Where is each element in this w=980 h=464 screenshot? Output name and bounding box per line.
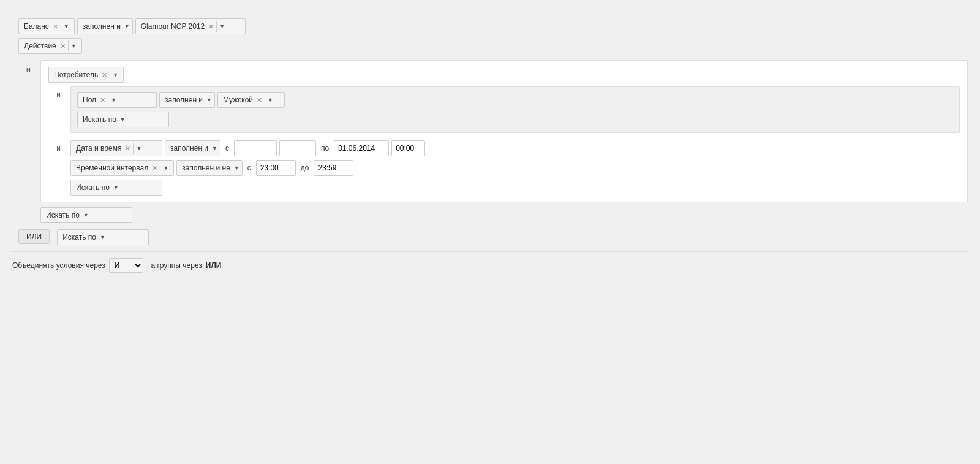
inner-group: Пол ✕ ▼ заполнен и ▼ Мужской ✕	[70, 86, 960, 133]
search-field-2-arrow: ▼	[113, 184, 119, 191]
inner-and2-section: и Дата и время ✕ ▼ заполнен и ▼	[48, 140, 960, 196]
gender-field-label: Пол	[83, 96, 96, 104]
balance-field[interactable]: Баланс ✕ ▼	[18, 18, 75, 34]
glamour-arrow-icon[interactable]: ▼	[216, 21, 227, 32]
search-field-1-arrow: ▼	[120, 116, 126, 123]
datetime-condition-label: заполнен и	[170, 144, 208, 153]
groups-bold: ИЛИ	[206, 261, 222, 270]
balance-field-label: Баланс	[24, 22, 49, 31]
main-and-label: и	[18, 60, 37, 74]
balance-condition[interactable]: заполнен и ▼	[77, 18, 133, 34]
datetime-row: Дата и время ✕ ▼ заполнен и ▼ с п	[70, 140, 960, 156]
consumer-row: Потребитель ✕ ▼	[48, 67, 960, 83]
gender-condition[interactable]: заполнен и ▼	[159, 92, 215, 108]
groups-label: , а группы через	[147, 261, 202, 270]
gender-value-arrow-icon[interactable]: ▼	[265, 94, 276, 105]
datetime-from-time[interactable]	[279, 140, 316, 156]
inner-and-section: и Пол ✕ ▼ заполнен и ▼	[48, 86, 960, 137]
time-interval-field-label: Временной интервал	[76, 164, 148, 172]
bottom-search-row: Искать по ▼	[18, 207, 968, 223]
time-interval-to[interactable]	[314, 160, 353, 176]
datetime-po-label: по	[318, 144, 331, 153]
ili-search-label: Искать по	[62, 233, 96, 242]
action-field[interactable]: Действие ✕ ▼	[18, 38, 82, 54]
bottom-search-arrow: ▼	[83, 212, 89, 218]
ili-search-field[interactable]: Искать по ▼	[57, 229, 149, 245]
consumer-arrow-icon[interactable]: ▼	[110, 69, 121, 80]
search-field-2[interactable]: Искать по ▼	[70, 180, 162, 196]
gender-close-icon[interactable]: ✕	[99, 96, 107, 104]
consumer-close-icon[interactable]: ✕	[100, 71, 108, 79]
balance-condition-arrow: ▼	[124, 23, 130, 29]
bottom-search-label: Искать по	[46, 211, 80, 219]
gender-arrow-icon[interactable]: ▼	[108, 94, 119, 105]
glamour-field-label: Glamour NCP 2012	[141, 22, 205, 31]
time-interval-close-icon[interactable]: ✕	[151, 164, 159, 172]
main-filter-group: Потребитель ✕ ▼ и Пол ✕ ▼	[40, 60, 968, 202]
time-interval-c-label: с	[245, 164, 254, 172]
ili-block: ИЛИ Искать по ▼	[18, 229, 968, 245]
inner-and2-label: и	[48, 140, 67, 153]
action-field-label: Действие	[24, 42, 56, 50]
gender-value-label: Мужской	[223, 96, 253, 104]
gender-value-close-icon[interactable]: ✕	[255, 96, 263, 104]
time-interval-do-label: до	[298, 164, 312, 172]
time-interval-field[interactable]: Временной интервал ✕ ▼	[70, 160, 174, 176]
bottom-search-field[interactable]: Искать по ▼	[40, 207, 132, 223]
consumer-field[interactable]: Потребитель ✕ ▼	[48, 67, 124, 83]
bottom-bar: Объединять условия через И ИЛИ , а групп…	[12, 251, 968, 273]
glamour-close-icon[interactable]: ✕	[207, 23, 215, 31]
time-interval-condition-label: заполнен и не	[182, 164, 230, 172]
action-arrow-icon[interactable]: ▼	[68, 40, 79, 51]
gender-field[interactable]: Пол ✕ ▼	[77, 92, 157, 108]
inner-and2-content: Дата и время ✕ ▼ заполнен и ▼ с п	[70, 140, 960, 196]
gender-condition-label: заполнен и	[165, 96, 203, 104]
time-interval-from[interactable]	[256, 160, 296, 176]
main-and-block: и Потребитель ✕ ▼ и	[18, 60, 968, 202]
datetime-close-icon[interactable]: ✕	[124, 145, 132, 153]
glamour-field[interactable]: Glamour NCP 2012 ✕ ▼	[135, 18, 246, 34]
time-interval-condition-arrow: ▼	[234, 165, 239, 171]
gender-condition-arrow: ▼	[206, 97, 212, 103]
or-button[interactable]: ИЛИ	[18, 229, 50, 244]
inner-and-label: и	[48, 86, 67, 99]
time-interval-arrow-icon[interactable]: ▼	[160, 162, 171, 173]
main-container: Баланс ✕ ▼ заполнен и ▼ Glamour NCP 2012…	[12, 12, 968, 279]
datetime-field-label: Дата и время	[76, 144, 121, 153]
datetime-to-time[interactable]	[391, 140, 425, 156]
datetime-condition-arrow: ▼	[212, 145, 217, 151]
combine-label: Объединять условия через	[12, 261, 105, 270]
datetime-to-date[interactable]	[334, 140, 389, 156]
balance-close-icon[interactable]: ✕	[51, 23, 59, 31]
ili-search-row: Искать по ▼	[57, 229, 968, 245]
ili-content: Искать по ▼	[57, 229, 968, 245]
filter-row-balance: Баланс ✕ ▼ заполнен и ▼ Glamour NCP 2012…	[18, 18, 968, 34]
time-interval-row: Временной интервал ✕ ▼ заполнен и не ▼ с…	[70, 160, 960, 176]
action-close-icon[interactable]: ✕	[59, 42, 67, 50]
search-field-2-label: Искать по	[76, 183, 110, 192]
consumer-field-label: Потребитель	[54, 70, 98, 79]
search-row-1: Искать по ▼	[77, 112, 953, 127]
ili-search-arrow: ▼	[100, 234, 105, 240]
search-field-1[interactable]: Искать по ▼	[77, 112, 169, 127]
datetime-from-date[interactable]	[234, 140, 277, 156]
datetime-arrow-icon[interactable]: ▼	[133, 143, 144, 154]
time-interval-condition[interactable]: заполнен и не ▼	[176, 160, 243, 176]
search-row-2: Искать по ▼	[70, 180, 960, 196]
datetime-condition[interactable]: заполнен и ▼	[165, 140, 221, 156]
datetime-field[interactable]: Дата и время ✕ ▼	[70, 140, 162, 156]
gender-value[interactable]: Мужской ✕ ▼	[217, 92, 285, 108]
balance-arrow-icon[interactable]: ▼	[61, 21, 72, 32]
filter-row-action: Действие ✕ ▼	[18, 38, 968, 54]
datetime-c-label: с	[223, 144, 232, 153]
combine-row: Объединять условия через И ИЛИ , а групп…	[12, 258, 968, 273]
search-field-1-label: Искать по	[83, 115, 116, 124]
top-level-rows: Баланс ✕ ▼ заполнен и ▼ Glamour NCP 2012…	[12, 18, 968, 245]
balance-condition-label: заполнен и	[83, 22, 121, 31]
combine-select[interactable]: И ИЛИ	[109, 258, 143, 273]
gender-row: Пол ✕ ▼ заполнен и ▼ Мужской ✕	[77, 92, 953, 108]
